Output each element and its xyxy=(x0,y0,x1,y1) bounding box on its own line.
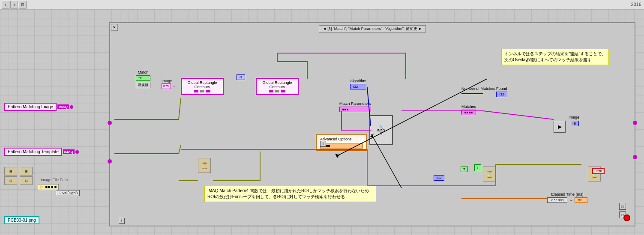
block-bl: ⊞ xyxy=(4,176,17,185)
block-br: ⊟ xyxy=(20,176,33,185)
right-terminal-1 xyxy=(633,121,637,125)
imaq-tag-image: IMAQ xyxy=(57,104,69,109)
x1000-box: x * 1000 xyxy=(547,197,567,203)
annotation1-line1: トンネルでは各ステップの結果を"連結"することで、 xyxy=(504,51,606,57)
left-frame-terminals xyxy=(108,121,112,164)
imaq-match-pattern-label: 🔍 IMAQ S xyxy=(377,125,385,135)
image-out-label: Image xyxy=(569,115,579,119)
advanced-options-label: Advanced Options xyxy=(320,137,363,141)
annotation-imaq: IMAQ Match Pattern4 関数では、最初に描かれたROIしかマッチ… xyxy=(204,186,376,202)
arrow-right-1: → xyxy=(172,84,176,89)
annotation2-line2: ROIの数だけForループを回して、各ROIに対してマッチ検索を行わせる xyxy=(207,194,373,200)
annotation1-line2: 次のOverlay関数にすべてのマッチ結果を渡す xyxy=(504,57,606,63)
error-indicator: Error! xyxy=(592,168,605,174)
grc2-line1: Global Rectangle xyxy=(260,80,294,85)
image-file-path-block[interactable]: 📁 ■■ ■ ■ xyxy=(38,184,59,190)
global-rect-contours-1: Global Rectangle Contours xyxy=(181,78,224,95)
grc1-line1: Global Rectangle xyxy=(185,80,219,85)
block-tr: ⊟ xyxy=(20,167,33,176)
shinki-box: 新規値 xyxy=(136,82,150,88)
block-tl: ⊞ xyxy=(4,167,17,176)
pcb-label: PCB03-01.png xyxy=(4,216,39,224)
i32-box-1: I32 xyxy=(350,84,366,89)
run-btn[interactable]: ⊡ xyxy=(19,1,27,9)
num-matches-node: Number of Matches Found I32 xyxy=(461,86,507,97)
file-path-icon: 📁 xyxy=(40,185,44,189)
match-params-label: Match Parameters xyxy=(339,101,371,106)
play-block: ▶ xyxy=(554,121,566,133)
global-rect-contours-2: Global Rectangle Contours xyxy=(256,78,299,95)
file-path-value: ■■ ■ ■ xyxy=(45,185,57,189)
grc1-terminals xyxy=(185,90,219,92)
year-label: 2016 xyxy=(631,2,641,7)
matches-box: ■■■■ xyxy=(461,110,476,115)
grc2-terminals xyxy=(260,90,294,92)
b-box: B xyxy=(571,121,579,126)
forward-btn[interactable]: ▷ xyxy=(10,1,18,9)
close-button[interactable]: ✕ xyxy=(111,24,118,31)
x1000-node: Elapsed Time (ms) x * 1000 → DBL xyxy=(547,192,587,203)
arrow-dbl: → xyxy=(569,198,573,202)
grc1-line2: Contours xyxy=(185,85,219,89)
svg-line-3 xyxy=(179,145,181,154)
i32-box-2: I32 xyxy=(496,92,507,97)
small-blocks-area: ⊞ ⊞ xyxy=(4,167,17,185)
matches-label: Matches xyxy=(461,104,476,109)
n-box: N xyxy=(237,74,245,80)
pattern-matching-template-label: Pattern Matching Template xyxy=(4,148,62,156)
timer-block-2: ⏳ xyxy=(483,167,496,181)
roi-box: ROI xyxy=(162,83,171,89)
left-terminal-1 xyxy=(108,121,112,125)
image-roi-node: Image ROI → xyxy=(162,79,176,89)
arrow-icon: → xyxy=(58,191,61,195)
elapsed-time-label: Elapsed Time (ms) xyxy=(547,192,587,196)
image-file-path-label: Image File Path xyxy=(41,178,68,182)
svg-line-2 xyxy=(179,98,181,119)
i-indicator: i xyxy=(119,218,125,224)
pattern-matching-template-node: Pattern Matching Template IMAQ xyxy=(4,148,79,156)
annotation-tunnel: トンネルでは各ステップの結果を"連結"することで、 次のOverlay関数にすべ… xyxy=(501,49,609,65)
toolbar: ◁ ▷ ⊡ 2016 xyxy=(0,0,644,9)
imaq-match-pattern-block: 🔍 IMAQ S xyxy=(369,115,393,145)
svg-line-12 xyxy=(483,111,554,119)
annotation2-line1: IMAQ Match Pattern4 関数では、最初に描かれたROIしかマッチ… xyxy=(207,188,373,194)
match-label: Match xyxy=(136,70,150,74)
dbl-box: DBL xyxy=(575,197,587,203)
imaq-dot-image xyxy=(70,105,73,109)
i-box-inner: i xyxy=(320,141,326,147)
loop-header-text[interactable]: ◄ [3] "Match", "Match Parameters", "Algo… xyxy=(319,25,426,33)
terminal-pink3 xyxy=(269,90,273,92)
left-terminal-2 xyxy=(108,159,112,164)
algorithm-label: Algorithm xyxy=(350,79,366,83)
pattern-matching-image-label: Pattern Matching Image xyxy=(4,103,57,111)
terminal-pink xyxy=(194,90,198,92)
terminal-1: □ xyxy=(619,203,626,210)
imaq-tag-template: IMAQ xyxy=(63,149,75,154)
right-terminal-2 xyxy=(633,155,637,159)
terminal-pink2 xyxy=(206,90,210,92)
match-params-box: ■■■ xyxy=(339,107,371,112)
algorithm-node: Algorithm I32 xyxy=(350,79,366,89)
imaq-fn-label: IMAQ xyxy=(377,129,385,132)
num-matches-label: Number of Matches Found xyxy=(461,86,507,91)
timer-block-1: ⏳ xyxy=(198,158,211,173)
imaq-dot-template xyxy=(75,150,79,154)
match-params-node: Match Parameters ■■■ xyxy=(339,101,371,112)
loop-header: ◄ [3] "Match", "Match Parameters", "Algo… xyxy=(110,24,635,33)
tf-box: TF xyxy=(136,75,150,81)
main-frame: ◄ [3] "Match", "Match Parameters", "Algo… xyxy=(109,22,635,226)
val-sgnl-block: → Val(Sgnl) xyxy=(56,190,80,196)
i32-box-3: I32 xyxy=(434,175,444,181)
svg-marker-18 xyxy=(335,154,339,158)
image-label-node: Image xyxy=(162,79,176,83)
pattern-matching-image-node: Pattern Matching Image IMAQ xyxy=(4,103,73,111)
val-sgnl-label: Val(Sgnl) xyxy=(62,191,78,195)
s-label: S xyxy=(377,132,385,135)
stop-button[interactable] xyxy=(623,214,630,221)
grc2-line2: Contours xyxy=(260,85,294,89)
back-btn[interactable]: ◁ xyxy=(2,1,9,9)
terminal-gray2 xyxy=(275,90,279,92)
green-terminal: + xyxy=(474,164,481,171)
true-block: T xyxy=(461,167,468,172)
small-blocks-area2: ⊟ ⊟ xyxy=(20,167,33,185)
